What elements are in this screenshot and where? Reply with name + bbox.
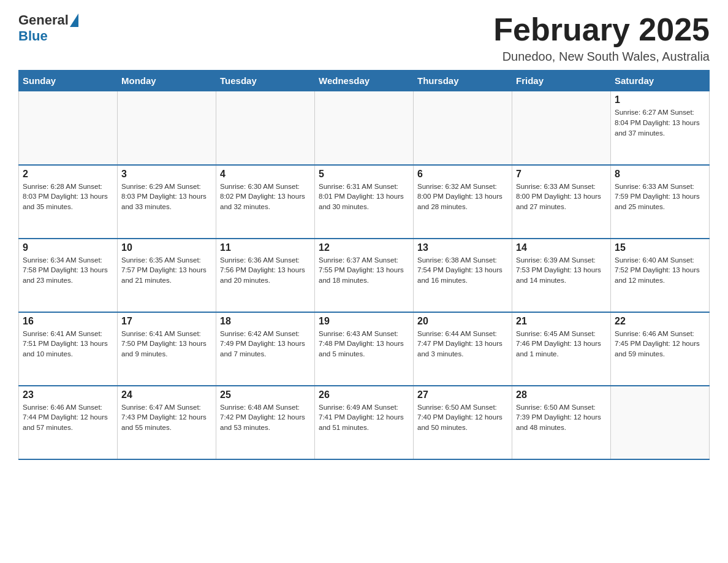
- calendar-cell: [216, 91, 315, 165]
- calendar-cell: [315, 91, 414, 165]
- day-info: Sunrise: 6:47 AM Sunset: 7:43 PM Dayligh…: [121, 402, 212, 433]
- day-info: Sunrise: 6:50 AM Sunset: 7:40 PM Dayligh…: [417, 402, 508, 433]
- day-info: Sunrise: 6:35 AM Sunset: 7:57 PM Dayligh…: [121, 255, 212, 286]
- day-number: 14: [516, 242, 607, 253]
- day-info: Sunrise: 6:36 AM Sunset: 7:56 PM Dayligh…: [220, 255, 311, 286]
- logo-triangle-icon: [70, 13, 78, 27]
- day-number: 19: [319, 316, 409, 327]
- header-cell-thursday: Thursday: [414, 71, 512, 91]
- day-number: 18: [220, 316, 311, 327]
- day-info: Sunrise: 6:45 AM Sunset: 7:46 PM Dayligh…: [516, 329, 607, 359]
- header-cell-wednesday: Wednesday: [315, 71, 414, 91]
- calendar-cell: 12Sunrise: 6:37 AM Sunset: 7:55 PM Dayli…: [315, 239, 414, 312]
- calendar-cell: 6Sunrise: 6:32 AM Sunset: 8:00 PM Daylig…: [414, 165, 512, 239]
- day-info: Sunrise: 6:30 AM Sunset: 8:02 PM Dayligh…: [220, 182, 311, 212]
- calendar-cell: 17Sunrise: 6:41 AM Sunset: 7:50 PM Dayli…: [118, 312, 216, 386]
- calendar-cell: [512, 91, 611, 165]
- calendar-table: SundayMondayTuesdayWednesdayThursdayFrid…: [18, 70, 710, 460]
- day-number: 17: [121, 316, 212, 327]
- day-number: 12: [319, 242, 409, 253]
- day-info: Sunrise: 6:40 AM Sunset: 7:52 PM Dayligh…: [615, 255, 705, 286]
- calendar-week-row: 9Sunrise: 6:34 AM Sunset: 7:58 PM Daylig…: [19, 239, 710, 312]
- calendar-cell: 19Sunrise: 6:43 AM Sunset: 7:48 PM Dayli…: [315, 312, 414, 386]
- calendar-cell: 28Sunrise: 6:50 AM Sunset: 7:39 PM Dayli…: [512, 386, 611, 459]
- day-number: 25: [220, 389, 311, 400]
- calendar-cell: [118, 91, 216, 165]
- day-info: Sunrise: 6:48 AM Sunset: 7:42 PM Dayligh…: [220, 402, 311, 433]
- day-number: 27: [417, 389, 508, 400]
- day-number: 7: [516, 169, 607, 180]
- calendar-cell: 2Sunrise: 6:28 AM Sunset: 8:03 PM Daylig…: [19, 165, 118, 239]
- calendar-cell: 13Sunrise: 6:38 AM Sunset: 7:54 PM Dayli…: [414, 239, 512, 312]
- calendar-cell: 23Sunrise: 6:46 AM Sunset: 7:44 PM Dayli…: [19, 386, 118, 459]
- location-text: Dunedoo, New South Wales, Australia: [493, 50, 710, 64]
- calendar-cell: 22Sunrise: 6:46 AM Sunset: 7:45 PM Dayli…: [611, 312, 710, 386]
- day-info: Sunrise: 6:33 AM Sunset: 8:00 PM Dayligh…: [516, 182, 607, 212]
- calendar-cell: 18Sunrise: 6:42 AM Sunset: 7:49 PM Dayli…: [216, 312, 315, 386]
- calendar-cell: [19, 91, 118, 165]
- day-info: Sunrise: 6:31 AM Sunset: 8:01 PM Dayligh…: [319, 182, 409, 212]
- calendar-cell: 4Sunrise: 6:30 AM Sunset: 8:02 PM Daylig…: [216, 165, 315, 239]
- day-info: Sunrise: 6:49 AM Sunset: 7:41 PM Dayligh…: [319, 402, 409, 433]
- calendar-week-row: 2Sunrise: 6:28 AM Sunset: 8:03 PM Daylig…: [19, 165, 710, 239]
- day-number: 11: [220, 242, 311, 253]
- day-info: Sunrise: 6:37 AM Sunset: 7:55 PM Dayligh…: [319, 255, 409, 286]
- calendar-cell: 1Sunrise: 6:27 AM Sunset: 8:04 PM Daylig…: [611, 91, 710, 165]
- day-number: 22: [615, 316, 705, 327]
- day-number: 10: [121, 242, 212, 253]
- day-number: 24: [121, 389, 212, 400]
- title-section: February 2025 Dunedoo, New South Wales, …: [493, 12, 710, 64]
- day-info: Sunrise: 6:42 AM Sunset: 7:49 PM Dayligh…: [220, 329, 311, 359]
- month-title: February 2025: [493, 12, 710, 47]
- day-number: 20: [417, 316, 508, 327]
- day-number: 23: [23, 389, 113, 400]
- calendar-cell: 11Sunrise: 6:36 AM Sunset: 7:56 PM Dayli…: [216, 239, 315, 312]
- logo-blue-text: Blue: [18, 28, 48, 44]
- day-number: 4: [220, 169, 311, 180]
- calendar-body: 1Sunrise: 6:27 AM Sunset: 8:04 PM Daylig…: [19, 91, 710, 459]
- day-info: Sunrise: 6:46 AM Sunset: 7:44 PM Dayligh…: [23, 402, 113, 433]
- calendar-cell: 21Sunrise: 6:45 AM Sunset: 7:46 PM Dayli…: [512, 312, 611, 386]
- page-header: General Blue February 2025 Dunedoo, New …: [18, 12, 710, 64]
- logo: General Blue: [18, 12, 78, 44]
- day-info: Sunrise: 6:41 AM Sunset: 7:50 PM Dayligh…: [121, 329, 212, 359]
- calendar-cell: 27Sunrise: 6:50 AM Sunset: 7:40 PM Dayli…: [414, 386, 512, 459]
- day-number: 26: [319, 389, 409, 400]
- day-number: 8: [615, 169, 705, 180]
- header-cell-sunday: Sunday: [19, 71, 118, 91]
- header-cell-saturday: Saturday: [611, 71, 710, 91]
- calendar-cell: 25Sunrise: 6:48 AM Sunset: 7:42 PM Dayli…: [216, 386, 315, 459]
- calendar-cell: 20Sunrise: 6:44 AM Sunset: 7:47 PM Dayli…: [414, 312, 512, 386]
- logo-general-text: General: [18, 12, 69, 28]
- day-number: 1: [615, 94, 705, 105]
- day-number: 28: [516, 389, 607, 400]
- day-info: Sunrise: 6:32 AM Sunset: 8:00 PM Dayligh…: [417, 182, 508, 212]
- header-cell-tuesday: Tuesday: [216, 71, 315, 91]
- calendar-cell: [414, 91, 512, 165]
- day-number: 6: [417, 169, 508, 180]
- day-info: Sunrise: 6:41 AM Sunset: 7:51 PM Dayligh…: [23, 329, 113, 359]
- header-row: SundayMondayTuesdayWednesdayThursdayFrid…: [19, 71, 710, 91]
- day-info: Sunrise: 6:39 AM Sunset: 7:53 PM Dayligh…: [516, 255, 607, 286]
- day-info: Sunrise: 6:46 AM Sunset: 7:45 PM Dayligh…: [615, 329, 705, 359]
- day-info: Sunrise: 6:50 AM Sunset: 7:39 PM Dayligh…: [516, 402, 607, 433]
- calendar-cell: 15Sunrise: 6:40 AM Sunset: 7:52 PM Dayli…: [611, 239, 710, 312]
- day-info: Sunrise: 6:27 AM Sunset: 8:04 PM Dayligh…: [615, 107, 705, 138]
- day-number: 16: [23, 316, 113, 327]
- calendar-cell: 26Sunrise: 6:49 AM Sunset: 7:41 PM Dayli…: [315, 386, 414, 459]
- calendar-cell: 9Sunrise: 6:34 AM Sunset: 7:58 PM Daylig…: [19, 239, 118, 312]
- calendar-week-row: 23Sunrise: 6:46 AM Sunset: 7:44 PM Dayli…: [19, 386, 710, 459]
- day-info: Sunrise: 6:38 AM Sunset: 7:54 PM Dayligh…: [417, 255, 508, 286]
- calendar-cell: 3Sunrise: 6:29 AM Sunset: 8:03 PM Daylig…: [118, 165, 216, 239]
- day-number: 2: [23, 169, 113, 180]
- day-number: 15: [615, 242, 705, 253]
- calendar-cell: [611, 386, 710, 459]
- calendar-cell: 14Sunrise: 6:39 AM Sunset: 7:53 PM Dayli…: [512, 239, 611, 312]
- calendar-cell: 16Sunrise: 6:41 AM Sunset: 7:51 PM Dayli…: [19, 312, 118, 386]
- calendar-cell: 24Sunrise: 6:47 AM Sunset: 7:43 PM Dayli…: [118, 386, 216, 459]
- day-number: 21: [516, 316, 607, 327]
- calendar-week-row: 1Sunrise: 6:27 AM Sunset: 8:04 PM Daylig…: [19, 91, 710, 165]
- calendar-header: SundayMondayTuesdayWednesdayThursdayFrid…: [19, 71, 710, 91]
- calendar-cell: 5Sunrise: 6:31 AM Sunset: 8:01 PM Daylig…: [315, 165, 414, 239]
- calendar-week-row: 16Sunrise: 6:41 AM Sunset: 7:51 PM Dayli…: [19, 312, 710, 386]
